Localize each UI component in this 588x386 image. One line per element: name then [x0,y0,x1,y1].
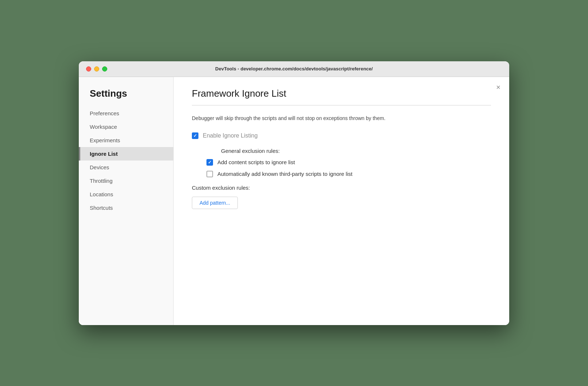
custom-exclusion-title: Custom exclusion rules: [192,185,491,191]
sidebar-item-experiments[interactable]: Experiments [79,134,173,147]
main-content: × Framework Ignore List Debugger will sk… [174,77,509,325]
add-pattern-button[interactable]: Add pattern... [192,197,238,209]
sidebar-item-preferences[interactable]: Preferences [79,107,173,120]
browser-window: DevTools - developer.chrome.com/docs/dev… [79,61,509,325]
browser-title: DevTools - developer.chrome.com/docs/dev… [215,66,373,72]
sidebar-item-ignore-list[interactable]: Ignore List [79,147,173,161]
auto-add-third-party-label[interactable]: Automatically add known third-party scri… [206,171,491,177]
add-content-scripts-label[interactable]: ✓ Add content scripts to ignore list [206,159,491,166]
minimize-traffic-light[interactable] [94,66,99,72]
title-bar: DevTools - developer.chrome.com/docs/dev… [79,61,509,77]
sidebar-item-throttling[interactable]: Throttling [79,174,173,188]
close-traffic-light[interactable] [86,66,91,72]
sidebar: Settings Preferences Workspace Experimen… [79,77,174,325]
checkmark-icon: ✓ [193,134,197,138]
traffic-lights [86,66,107,72]
checkmark-icon: ✓ [208,160,212,165]
sidebar-item-locations[interactable]: Locations [79,188,173,201]
auto-add-third-party-text: Automatically add known third-party scri… [217,171,352,177]
custom-exclusion-group: Custom exclusion rules: Add pattern... [192,185,491,209]
sidebar-item-shortcuts[interactable]: Shortcuts [79,201,173,215]
settings-close-button[interactable]: × [496,84,500,91]
sidebar-item-workspace[interactable]: Workspace [79,120,173,134]
sidebar-item-label: Experiments [90,137,120,143]
section-divider [192,105,491,105]
sidebar-title: Settings [79,88,173,107]
add-content-scripts-text: Add content scripts to ignore list [217,159,295,165]
enable-ignore-listing-text: Enable Ignore Listing [203,132,258,139]
add-content-scripts-checkbox[interactable]: ✓ [206,159,213,166]
enable-ignore-listing-label[interactable]: ✓ Enable Ignore Listing [192,132,491,139]
sidebar-item-label: Ignore List [90,151,118,157]
sidebar-item-label: Devices [90,164,109,170]
window-content: Settings Preferences Workspace Experimen… [79,77,509,325]
sidebar-item-label: Throttling [90,178,113,184]
general-exclusion-group: General exclusion rules: ✓ Add content s… [206,148,491,177]
sidebar-item-devices[interactable]: Devices [79,161,173,174]
sidebar-item-label: Locations [90,191,113,197]
maximize-traffic-light[interactable] [102,66,107,72]
settings-layout: Settings Preferences Workspace Experimen… [79,77,509,325]
section-description: Debugger will skip through the scripts a… [192,114,469,122]
enable-ignore-listing-group: ✓ Enable Ignore Listing [192,132,491,139]
enable-ignore-listing-checkbox[interactable]: ✓ [192,132,198,139]
sidebar-item-label: Shortcuts [90,205,113,211]
general-exclusion-title: General exclusion rules: [221,148,491,154]
section-title: Framework Ignore List [192,88,491,99]
sidebar-item-label: Preferences [90,110,119,116]
auto-add-third-party-checkbox[interactable] [206,171,213,177]
sidebar-item-label: Workspace [90,124,117,130]
